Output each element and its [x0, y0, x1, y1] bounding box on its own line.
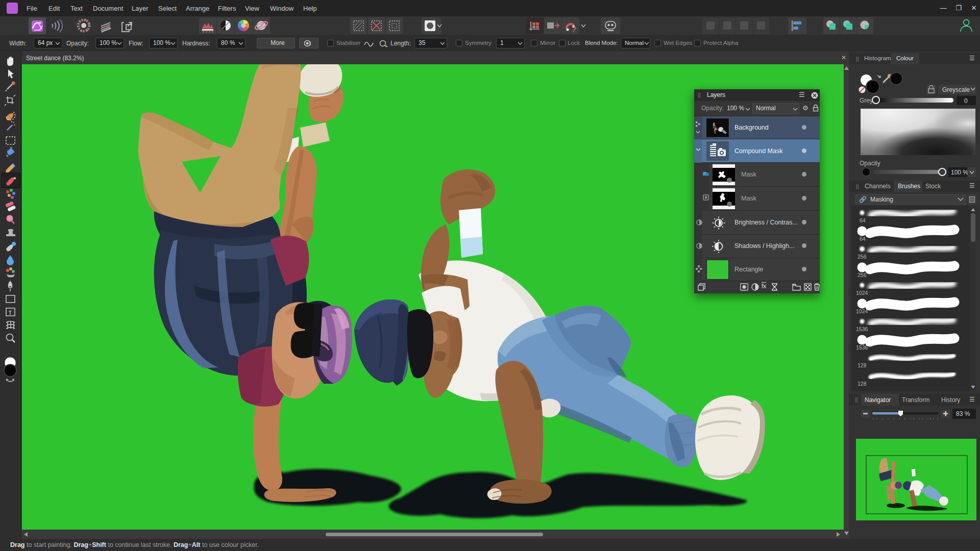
- svg-text:T: T: [9, 310, 12, 316]
- svg-text:100 %: 100 %: [951, 169, 968, 176]
- svg-text:83 %: 83 %: [956, 410, 970, 417]
- svg-text:Greyscale: Greyscale: [942, 86, 970, 93]
- svg-text:256: 256: [857, 272, 867, 278]
- svg-text:1536: 1536: [856, 326, 868, 332]
- svg-text:0: 0: [964, 97, 968, 105]
- svg-text:128: 128: [857, 381, 867, 387]
- svg-text:Opacity: Opacity: [860, 160, 880, 167]
- svg-text:128: 128: [857, 362, 867, 368]
- svg-text:1024: 1024: [856, 290, 868, 296]
- svg-text:64: 64: [860, 236, 866, 242]
- svg-text:64: 64: [860, 217, 866, 223]
- svg-text:1536: 1536: [856, 344, 868, 350]
- svg-text:256: 256: [857, 254, 867, 260]
- svg-text:1024: 1024: [856, 308, 868, 314]
